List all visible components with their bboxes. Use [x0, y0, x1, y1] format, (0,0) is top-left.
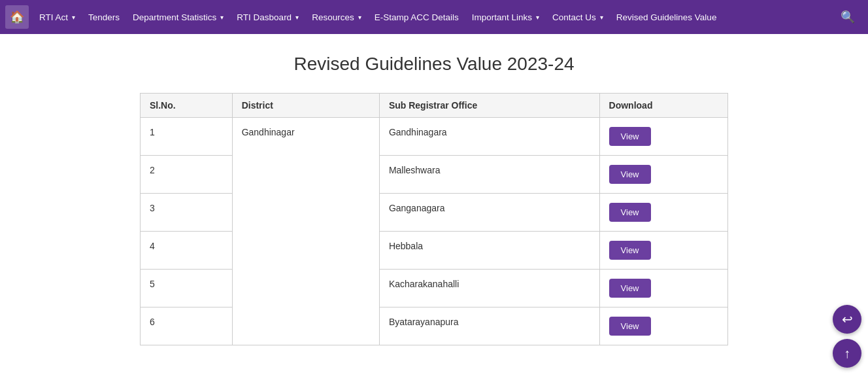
rti-dash-dropdown-arrow: ▾ [295, 14, 299, 21]
nav-revised-guidelines[interactable]: Revised Guidelines Value [610, 0, 724, 34]
cell-download: View [599, 118, 727, 156]
col-sl-no: Sl.No. [141, 94, 233, 118]
col-district: District [232, 94, 379, 118]
cell-sub-registrar-office: Hebbala [379, 232, 599, 270]
cell-download: View [599, 270, 727, 307]
nav-contact-us[interactable]: Contact Us ▾ [546, 0, 610, 34]
cell-download: View [599, 307, 727, 345]
nav-department-statistics[interactable]: Department Statistics ▾ [126, 0, 230, 34]
important-links-dropdown-arrow: ▾ [536, 14, 539, 21]
dept-stats-dropdown-arrow: ▾ [220, 14, 224, 21]
table-row: 3GanganagaraView [141, 194, 728, 232]
back-to-previous-button[interactable]: ↩ [833, 305, 861, 334]
guidelines-table: Sl.No. District Sub Registrar Office Dow… [140, 93, 728, 345]
table-wrapper: Sl.No. District Sub Registrar Office Dow… [140, 93, 728, 345]
resources-dropdown-arrow: ▾ [358, 14, 361, 21]
cell-download: View [599, 156, 727, 194]
table-row: 1GandhinagarGandhinagaraView [141, 118, 728, 156]
view-button[interactable]: View [609, 317, 651, 336]
view-button[interactable]: View [609, 203, 651, 222]
table-header-row: Sl.No. District Sub Registrar Office Dow… [141, 94, 728, 118]
cell-sl-no: 2 [141, 156, 233, 194]
navbar: 🏠 RTI Act ▾ Tenders Department Statistic… [0, 0, 868, 34]
home-button[interactable]: 🏠 [5, 5, 29, 29]
nav-rti-dasboard[interactable]: RTI Dasboard ▾ [230, 0, 305, 34]
search-button[interactable]: 🔍 [833, 10, 863, 24]
cell-sl-no: 4 [141, 232, 233, 270]
table-row: 6ByatarayanapuraView [141, 307, 728, 345]
cell-sl-no: 1 [141, 118, 233, 156]
cell-download: View [599, 232, 727, 270]
nav-important-links[interactable]: Important Links ▾ [465, 0, 546, 34]
nav-resources[interactable]: Resources ▾ [305, 0, 368, 34]
table-row: 4HebbalaView [141, 232, 728, 270]
nav-estamp[interactable]: E-Stamp ACC Details [368, 0, 465, 34]
view-button[interactable]: View [609, 279, 651, 298]
cell-sl-no: 5 [141, 270, 233, 307]
scroll-to-top-button[interactable]: ↑ [833, 339, 861, 368]
cell-sub-registrar-office: Ganganagara [379, 194, 599, 232]
table-row: 5KacharakanahalliView [141, 270, 728, 307]
col-sub-registrar: Sub Registrar Office [379, 94, 599, 118]
view-button[interactable]: View [609, 127, 651, 146]
cell-district: Gandhinagar [232, 118, 379, 345]
view-button[interactable]: View [609, 241, 651, 260]
cell-sub-registrar-office: Gandhinagara [379, 118, 599, 156]
nav-tenders[interactable]: Tenders [82, 0, 126, 34]
cell-download: View [599, 194, 727, 232]
contact-us-dropdown-arrow: ▾ [600, 14, 603, 21]
cell-sl-no: 3 [141, 194, 233, 232]
main-content: Revised Guidelines Value 2023-24 Sl.No. … [0, 34, 868, 365]
table-row: 2MalleshwaraView [141, 156, 728, 194]
rti-act-dropdown-arrow: ▾ [72, 14, 75, 21]
cell-sub-registrar-office: Malleshwara [379, 156, 599, 194]
col-download: Download [599, 94, 727, 118]
cell-sl-no: 6 [141, 307, 233, 345]
page-title: Revised Guidelines Value 2023-24 [13, 54, 855, 75]
cell-sub-registrar-office: Byatarayanapura [379, 307, 599, 345]
view-button[interactable]: View [609, 165, 651, 184]
cell-sub-registrar-office: Kacharakanahalli [379, 270, 599, 307]
nav-rti-act[interactable]: RTI Act ▾ [33, 0, 82, 34]
